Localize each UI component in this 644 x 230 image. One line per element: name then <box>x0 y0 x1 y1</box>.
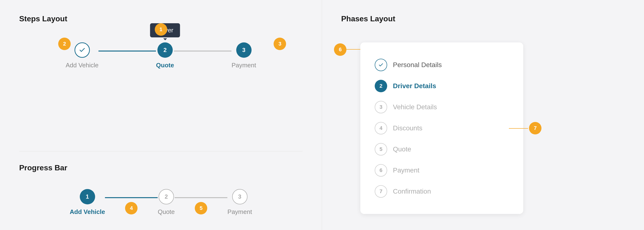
badge-6: 6 <box>334 43 346 56</box>
badge-6-line <box>346 49 360 50</box>
phase-label-6: Payment <box>393 166 420 174</box>
steps-layout-title: Steps Layout <box>19 14 302 23</box>
phase-label-2: Driver Details <box>393 82 436 90</box>
phase-label-1: Personal Details <box>393 61 442 69</box>
phase-vehicle-details[interactable]: 3 Vehicle Details <box>375 96 509 118</box>
phase-discounts[interactable]: 4 Discounts 7 <box>375 118 509 139</box>
progress-label-2: Quote <box>158 208 175 216</box>
phase-circle-1 <box>375 59 387 71</box>
step-label-add-vehicle: Add Vehicle <box>66 62 98 69</box>
phase-circle-3: 3 <box>375 101 387 113</box>
phases-card: Personal Details 2 Driver Details 3 Vehi… <box>360 42 523 214</box>
step-circle-quote: 2 <box>158 42 173 58</box>
step-quote[interactable]: Hover 2 Quote <box>156 42 174 69</box>
phase-driver-details[interactable]: 2 Driver Details <box>375 76 509 96</box>
phase-circle-7: 7 <box>375 185 387 198</box>
phase-circle-5: 5 <box>375 143 387 156</box>
phase-label-5: Quote <box>393 146 411 153</box>
phase-label-4: Discounts <box>393 124 422 132</box>
phase-personal-details[interactable]: Personal Details <box>375 54 509 76</box>
progress-label-1: Add Vehicle <box>70 208 105 216</box>
phase-circle-6: 6 <box>375 164 387 176</box>
progress-bar-title: Progress Bar <box>19 164 302 172</box>
phase-circle-2: 2 <box>375 80 387 92</box>
progress-circle-2: 2 <box>158 189 174 204</box>
badge-2: 2 <box>58 38 71 50</box>
progress-connector-1: 4 <box>105 197 158 198</box>
phase-circle-4: 4 <box>375 122 387 134</box>
step-circle-add-vehicle <box>74 42 90 58</box>
progress-circle-1: 1 <box>80 189 95 204</box>
phases-wrapper: 6 Personal Details 2 Driver Details 3 <box>360 38 523 214</box>
progress-step-2[interactable]: 2 Quote <box>158 189 175 216</box>
left-panel: Steps Layout 1 2 3 Add <box>0 0 322 230</box>
progress-step-3[interactable]: 3 Payment <box>227 189 252 216</box>
progress-step-1[interactable]: 1 Add Vehicle <box>70 189 105 216</box>
connector-2 <box>174 50 232 52</box>
badge-1: 1 <box>155 23 167 36</box>
progress-connector-2: 5 <box>175 197 227 198</box>
phase-label-3: Vehicle Details <box>393 103 437 111</box>
badge-7-line <box>509 128 528 129</box>
right-panel: Phases Layout 6 Personal Details 2 Drive… <box>322 0 644 230</box>
step-label-payment: Payment <box>232 62 256 69</box>
steps-layout-section: Steps Layout 1 2 3 Add <box>0 0 322 151</box>
phase-label-7: Confirmation <box>393 188 431 195</box>
badge-3: 3 <box>274 38 286 50</box>
badge-5: 5 <box>195 202 207 214</box>
phase-payment[interactable]: 6 Payment <box>375 160 509 181</box>
step-label-quote: Quote <box>156 62 174 69</box>
progress-bar-section: Progress Bar 1 Add Vehicle 4 2 Quote <box>0 152 322 230</box>
badge-7: 7 <box>529 122 542 134</box>
step-payment[interactable]: 3 Payment <box>232 42 256 69</box>
phase-confirmation[interactable]: 7 Confirmation <box>375 181 509 202</box>
step-add-vehicle[interactable]: Add Vehicle <box>66 42 98 69</box>
progress-label-3: Payment <box>227 208 252 216</box>
badge-4: 4 <box>125 202 138 214</box>
phase-quote[interactable]: 5 Quote <box>375 139 509 160</box>
connector-1 <box>98 50 156 52</box>
step-circle-payment: 3 <box>236 42 252 58</box>
phases-layout-title: Phases Layout <box>341 14 625 23</box>
progress-circle-3: 3 <box>232 189 248 204</box>
